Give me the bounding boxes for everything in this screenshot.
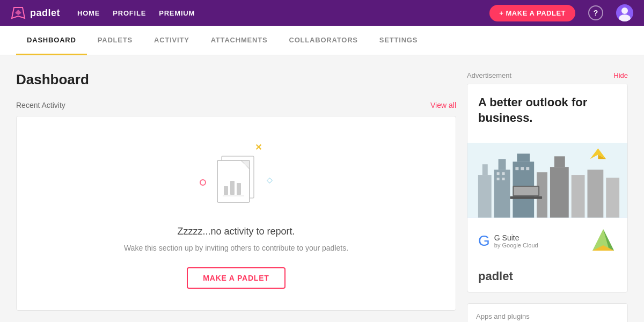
tab-dashboard[interactable]: DASHBOARD [16, 26, 87, 55]
logo-text: padlet [30, 8, 60, 19]
advertisement-label: Advertisement [467, 71, 511, 79]
g-letter: G [478, 232, 490, 250]
hide-ad-link[interactable]: Hide [613, 71, 628, 79]
svg-rect-22 [588, 170, 604, 217]
ad-header: Advertisement Hide [467, 71, 628, 79]
empty-sub-message: Wake this section up by inviting others … [124, 244, 348, 252]
svg-rect-20 [554, 156, 565, 167]
padlet-logo-icon [11, 5, 26, 20]
nav-home[interactable]: HOME [77, 9, 100, 17]
view-all-link[interactable]: View all [430, 101, 456, 109]
svg-rect-15 [499, 159, 506, 170]
make-padlet-button[interactable]: + MAKE A PADLET [489, 5, 575, 21]
gsuite-text-block: G Suite by Google Cloud [494, 233, 538, 248]
svg-rect-19 [550, 167, 569, 217]
ad-content: A better outlook for business. [467, 84, 627, 143]
activity-section-header: Recent Activity View all [16, 101, 456, 109]
help-icon[interactable]: ? [588, 5, 603, 20]
svg-rect-9 [237, 183, 241, 195]
svg-marker-1 [15, 10, 21, 15]
svg-rect-29 [521, 167, 524, 170]
svg-rect-30 [526, 167, 529, 170]
svg-rect-28 [515, 167, 518, 170]
svg-rect-8 [230, 181, 235, 195]
tab-settings[interactable]: SETTINGS [369, 26, 428, 55]
padlet-footer-logo-text: padlet [478, 269, 513, 283]
page-content: Dashboard Recent Activity View all ✕ ◇ [0, 55, 644, 322]
svg-point-2 [621, 8, 628, 14]
tab-collaborators[interactable]: COLLABORATORS [278, 26, 368, 55]
svg-rect-24 [497, 172, 500, 175]
tab-activity[interactable]: ACTIVITY [143, 26, 200, 55]
svg-rect-12 [478, 175, 492, 217]
right-sidebar: Advertisement Hide A better outlook for … [467, 71, 628, 322]
svg-rect-21 [572, 175, 585, 217]
svg-rect-35 [514, 187, 538, 195]
deco-diamond-icon: ◇ [267, 175, 273, 184]
activity-box: ✕ ◇ [16, 116, 456, 311]
padlet-ad-footer: padlet [467, 264, 627, 292]
padlet-origami-icon [590, 226, 617, 255]
gsuite-label: G Suite [494, 233, 538, 242]
recent-activity-label: Recent Activity [16, 101, 65, 109]
svg-point-3 [619, 14, 631, 21]
logo-area[interactable]: padlet [11, 5, 60, 20]
main-area: Dashboard Recent Activity View all ✕ ◇ [16, 71, 456, 322]
user-avatar[interactable] [616, 4, 633, 21]
top-navigation: padlet HOME PROFILE PREMIUM + MAKE A PAD… [0, 0, 644, 26]
empty-illustration: ✕ ◇ [204, 138, 268, 213]
tab-padlets[interactable]: PADLETS [87, 26, 143, 55]
empty-main-message: Zzzzz...no activity to report. [177, 226, 295, 237]
svg-rect-33 [510, 196, 542, 199]
apps-section: Apps and plugins 🍎 iPad app 🤖 Android ap… [467, 303, 628, 322]
document-icon [212, 152, 260, 213]
page-title: Dashboard [16, 71, 456, 88]
city-illustration [467, 143, 627, 218]
advertisement-box: A better outlook for business. [467, 84, 628, 292]
nav-premium[interactable]: PREMIUM [159, 9, 195, 17]
apps-label: Apps and plugins [476, 312, 619, 320]
gsuite-logo: G G Suite by Google Cloud [467, 218, 627, 264]
svg-rect-13 [482, 164, 488, 175]
avatar-icon [616, 4, 633, 21]
deco-circle-icon [200, 179, 206, 186]
svg-rect-25 [502, 172, 505, 175]
svg-rect-17 [517, 154, 530, 162]
svg-rect-23 [606, 178, 619, 218]
gsuite-by: by Google Cloud [494, 242, 538, 248]
deco-x-icon: ✕ [255, 142, 262, 152]
nav-profile[interactable]: PROFILE [113, 9, 146, 17]
svg-rect-27 [502, 178, 505, 180]
svg-rect-26 [497, 178, 500, 180]
make-padlet-empty-button[interactable]: MAKE A PADLET [187, 267, 285, 289]
tab-attachments[interactable]: ATTACHMENTS [200, 26, 279, 55]
ad-title: A better outlook for business. [478, 95, 617, 126]
svg-rect-14 [494, 170, 510, 217]
ad-visual [467, 143, 627, 218]
svg-rect-7 [224, 186, 228, 195]
sub-navigation: DASHBOARD PADLETS ACTIVITY ATTACHMENTS C… [0, 26, 644, 55]
